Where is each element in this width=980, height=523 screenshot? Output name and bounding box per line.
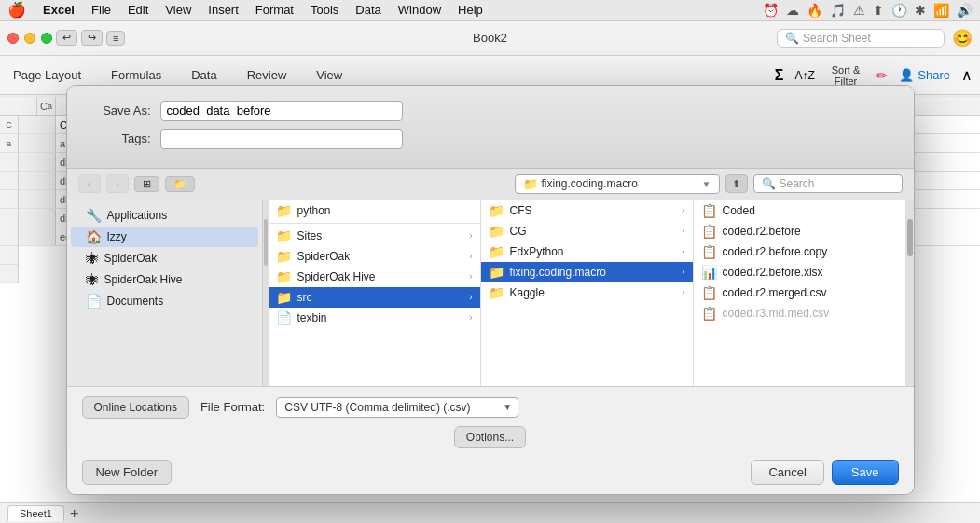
search-field-placeholder: Search [780, 177, 815, 190]
customize-btn[interactable]: ≡ [106, 31, 125, 46]
list-item[interactable]: 📁 SpiderOak Hive › [269, 267, 480, 287]
maximize-btn[interactable] [41, 33, 52, 44]
undo-btn[interactable]: ↩ [56, 30, 77, 46]
menu-file[interactable]: File [84, 2, 118, 18]
list-item[interactable]: 📋 Coded [694, 200, 905, 221]
menu-data[interactable]: Data [348, 2, 388, 18]
menu-window[interactable]: Window [391, 2, 449, 18]
new-folder-btn[interactable]: New Folder [82, 460, 172, 485]
list-item-fixing-coding-macro[interactable]: 📁 fixing.coding.macro › [481, 262, 693, 282]
menu-help[interactable]: Help [450, 2, 490, 18]
view-mode-btn[interactable]: ⊞ [134, 176, 159, 192]
arrow-icon: › [469, 292, 472, 302]
apple-menu[interactable]: 🍎 [7, 1, 26, 19]
sidebar-item-documents[interactable]: 📄 Documents [71, 291, 258, 311]
save-btn[interactable]: Save [832, 460, 899, 485]
list-item[interactable]: 📋 coded.r2.merged.csv [694, 282, 905, 303]
list-item[interactable]: 📁 SpiderOak › [269, 246, 480, 267]
path-folder-icon: 📁 [523, 177, 538, 191]
cancel-btn[interactable]: Cancel [751, 460, 823, 485]
xlsx-icon: 📊 [701, 265, 717, 280]
time-icon: 🕐 [891, 3, 907, 18]
options-btn[interactable]: Options... [454, 426, 526, 448]
sidebar-item-izzy[interactable]: 🏠 Izzy [71, 227, 258, 247]
folder-icon: 📁 [489, 244, 504, 259]
list-item[interactable]: 📋 coded.r3.md.med.csv [694, 303, 905, 323]
menu-insert[interactable]: Insert [200, 2, 246, 18]
flame-icon: 🔥 [807, 3, 822, 18]
arrow-icon: › [682, 246, 684, 256]
search-field[interactable]: 🔍 Search [753, 174, 903, 193]
list-item[interactable]: 📁 Kaggle › [481, 282, 693, 303]
titlebar: ↩ ↪ ≡ Book2 🔍 Search Sheet 😊 [0, 21, 980, 56]
back-btn[interactable]: ‹ [78, 174, 101, 193]
new-folder-btn-nav[interactable]: 📁 [165, 176, 195, 192]
menubar: 🍎 Excel File Edit View Insert Format Too… [0, 0, 980, 21]
search-sheet-bar[interactable]: 🔍 Search Sheet [777, 29, 945, 48]
folder-icon: 📁 [276, 203, 292, 218]
list-item[interactable]: 📁 Sites › [269, 226, 480, 246]
tags-input[interactable] [160, 129, 403, 149]
file-scrollbar[interactable] [906, 200, 914, 386]
format-dropdown[interactable]: CSV UTF-8 (Comma delimited) (.csv) ▼ [276, 397, 518, 418]
arrow-icon: › [682, 267, 684, 277]
menu-excel[interactable]: Excel [35, 2, 82, 18]
arrow-icon: › [469, 230, 472, 241]
tags-label: Tags: [86, 131, 160, 145]
file-label: Kaggle [510, 286, 545, 299]
online-locations-btn[interactable]: Online Locations [82, 396, 189, 419]
menu-view[interactable]: View [158, 2, 199, 18]
sidebar-item-applications[interactable]: 🔧 Applications [71, 205, 258, 226]
list-item[interactable]: 📁 CG › [481, 221, 693, 241]
list-item[interactable]: 📋 coded.r2.before.copy [694, 241, 905, 262]
up-arrow-icon: ⬆ [732, 178, 740, 190]
save-as-input[interactable] [160, 101, 403, 121]
forward-btn[interactable]: › [106, 174, 129, 193]
sidebar-item-label: Documents [107, 295, 164, 308]
spideroak-icon: 🕷 [86, 251, 99, 266]
sidebar-item-spideroak[interactable]: 🕷 SpiderOak [71, 248, 258, 268]
dialog-actions: New Folder Cancel Save [82, 460, 899, 485]
action-buttons: Cancel Save [751, 460, 898, 485]
sidebar-item-spideroak-hive[interactable]: 🕷 SpiderOak Hive [71, 269, 258, 290]
menu-tools[interactable]: Tools [303, 2, 346, 18]
folder-icon: 📁 [276, 290, 292, 305]
folder-icon: 📁 [489, 203, 504, 218]
list-item[interactable]: 📄 texbin › [269, 308, 480, 328]
arrow-icon: › [682, 287, 684, 297]
list-item[interactable]: 📁 python [269, 200, 480, 221]
save-dialog: Save As: Tags: ‹ › ⊞ 📁 📁 [66, 85, 915, 495]
list-item[interactable]: 📁 EdxPython › [481, 241, 693, 262]
file-label: Sites [297, 229, 323, 242]
documents-icon: 📄 [86, 294, 102, 309]
menubar-right: ⏰ ☁ 🔥 🎵 ⚠ ⬆ 🕐 ✱ 📶 🔊 [763, 3, 973, 18]
file-icon: 📄 [276, 310, 292, 325]
menu-edit[interactable]: Edit [120, 2, 156, 18]
home-icon: 🏠 [86, 229, 102, 244]
folder-icon: 📁 [276, 228, 292, 243]
folder-icon: 📁 [489, 265, 504, 280]
path-dropdown[interactable]: 📁 fixing.coding.macro ▼ [515, 174, 720, 194]
scroll-thumb [907, 219, 913, 256]
cloud-icon: ☁ [786, 3, 799, 18]
csv-icon: 📋 [701, 203, 717, 218]
arrow-icon: › [469, 312, 472, 323]
list-item[interactable]: 📊 coded.r2.before.xlsx [694, 262, 905, 282]
note-icon: 🎵 [830, 3, 846, 18]
nav-up-btn[interactable]: ⬆ [725, 174, 748, 193]
list-item-src[interactable]: 📁 src › [269, 287, 480, 308]
dialog-nav: ‹ › ⊞ 📁 📁 fixing.coding.macro ▼ ⬆ 🔍 Sea [67, 169, 914, 200]
redo-btn[interactable]: ↪ [81, 30, 103, 46]
dropdown-arrow-icon: ▼ [503, 402, 512, 412]
close-btn[interactable] [7, 33, 19, 44]
arrow-icon: › [682, 226, 684, 236]
clock-icon: ⏰ [763, 3, 779, 18]
list-item[interactable]: 📁 CFS › [481, 200, 693, 221]
arrow-icon: › [682, 205, 684, 215]
list-item[interactable]: 📋 coded.r2.before [694, 221, 905, 241]
sidebar-item-label: Applications [107, 209, 168, 222]
csv-icon: 📋 [701, 224, 717, 239]
minimize-btn[interactable] [24, 33, 35, 44]
user-icon[interactable]: 😊 [952, 28, 973, 48]
menu-format[interactable]: Format [248, 2, 301, 18]
